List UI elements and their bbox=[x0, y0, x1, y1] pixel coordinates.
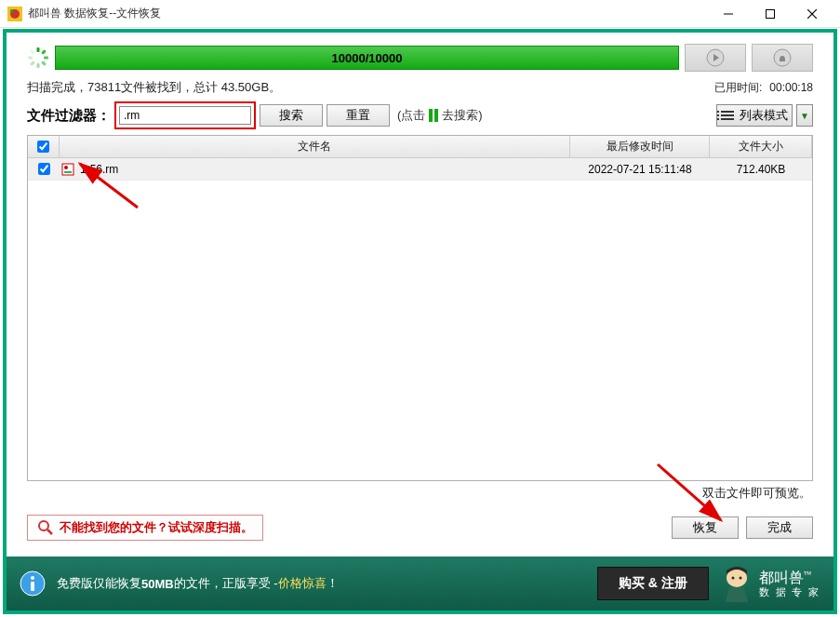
deep-scan-link[interactable]: 不能找到您的文件？试试深度扫描。 bbox=[27, 515, 263, 541]
header-checkbox-cell bbox=[28, 136, 60, 157]
reset-button[interactable]: 重置 bbox=[327, 104, 390, 127]
svg-rect-29 bbox=[31, 582, 34, 591]
progress-bar: 10000/10000 bbox=[55, 46, 679, 70]
stop-button[interactable] bbox=[752, 44, 813, 72]
svg-rect-13 bbox=[28, 57, 33, 60]
elapsed-value: 00:00:18 bbox=[769, 81, 813, 94]
file-table: 文件名 最后修改时间 文件大小 1-56.rm 2022-07-21 15:11… bbox=[27, 135, 813, 481]
window-title: 都叫兽 数据恢复--文件恢复 bbox=[28, 6, 707, 21]
progress-text: 10000/10000 bbox=[332, 51, 403, 65]
select-all-checkbox[interactable] bbox=[37, 141, 49, 153]
svg-rect-11 bbox=[37, 63, 40, 68]
svg-point-19 bbox=[64, 166, 68, 169]
row-checkbox[interactable] bbox=[38, 163, 50, 175]
svg-point-31 bbox=[731, 577, 734, 580]
preview-hint: 双击文件即可预览。 bbox=[702, 486, 811, 500]
svg-rect-7 bbox=[37, 47, 40, 52]
search-button[interactable]: 搜索 bbox=[260, 104, 323, 127]
info-icon bbox=[20, 570, 46, 597]
deep-scan-text: 不能找到您的文件？试试深度扫描。 bbox=[60, 519, 253, 536]
list-icon bbox=[721, 111, 734, 120]
svg-line-24 bbox=[47, 530, 52, 534]
filter-highlight bbox=[114, 101, 256, 129]
play-button[interactable] bbox=[685, 44, 746, 72]
footer-text: 免费版仅能恢复50MB的文件，正版享受 - 价格惊喜！ bbox=[57, 575, 339, 592]
filter-input[interactable] bbox=[119, 106, 251, 125]
column-size[interactable]: 文件大小 bbox=[710, 136, 812, 157]
svg-rect-20 bbox=[64, 171, 72, 173]
brand-logo: 都叫兽™ 数 据 专 家 bbox=[720, 565, 820, 602]
svg-rect-4 bbox=[766, 9, 774, 18]
column-modified[interactable]: 最后修改时间 bbox=[570, 136, 710, 157]
cell-filename: 1-56.rm bbox=[76, 163, 570, 176]
maximize-button[interactable] bbox=[749, 0, 791, 28]
pause-icon bbox=[429, 109, 438, 122]
view-mode-dropdown[interactable]: ▼ bbox=[796, 104, 813, 127]
column-filename[interactable]: 文件名 bbox=[60, 136, 570, 157]
svg-rect-14 bbox=[30, 49, 35, 55]
table-row[interactable]: 1-56.rm 2022-07-21 15:11:48 712.40KB bbox=[28, 158, 812, 181]
filter-label: 文件过滤器： bbox=[27, 107, 111, 125]
buy-register-button[interactable]: 购买 & 注册 bbox=[597, 567, 709, 600]
svg-point-2 bbox=[10, 9, 14, 13]
done-button[interactable]: 完成 bbox=[746, 516, 813, 539]
mascot-icon bbox=[720, 565, 753, 602]
magnifier-icon bbox=[37, 519, 54, 536]
svg-point-28 bbox=[31, 576, 34, 580]
app-icon bbox=[7, 7, 22, 21]
view-mode-button[interactable]: 列表模式 bbox=[716, 104, 793, 127]
recover-button[interactable]: 恢复 bbox=[672, 516, 739, 539]
svg-rect-9 bbox=[44, 57, 48, 60]
svg-rect-12 bbox=[30, 60, 35, 66]
scan-status: 扫描完成，73811文件被找到，总计 43.50GB。 bbox=[27, 79, 707, 96]
elapsed-label: 已用时间: bbox=[714, 80, 762, 96]
view-mode-label: 列表模式 bbox=[740, 107, 788, 124]
svg-point-32 bbox=[739, 577, 741, 580]
svg-point-23 bbox=[39, 521, 48, 530]
cell-date: 2022-07-21 15:11:48 bbox=[570, 163, 710, 176]
close-button[interactable] bbox=[791, 0, 833, 28]
search-hint: (点击 去搜索) bbox=[397, 107, 483, 124]
svg-rect-18 bbox=[62, 164, 73, 175]
minimize-button[interactable] bbox=[707, 0, 749, 28]
file-icon bbox=[60, 163, 76, 176]
svg-rect-8 bbox=[41, 49, 47, 55]
spinner-icon bbox=[27, 47, 49, 69]
svg-rect-10 bbox=[41, 60, 47, 66]
cell-size: 712.40KB bbox=[710, 163, 812, 176]
